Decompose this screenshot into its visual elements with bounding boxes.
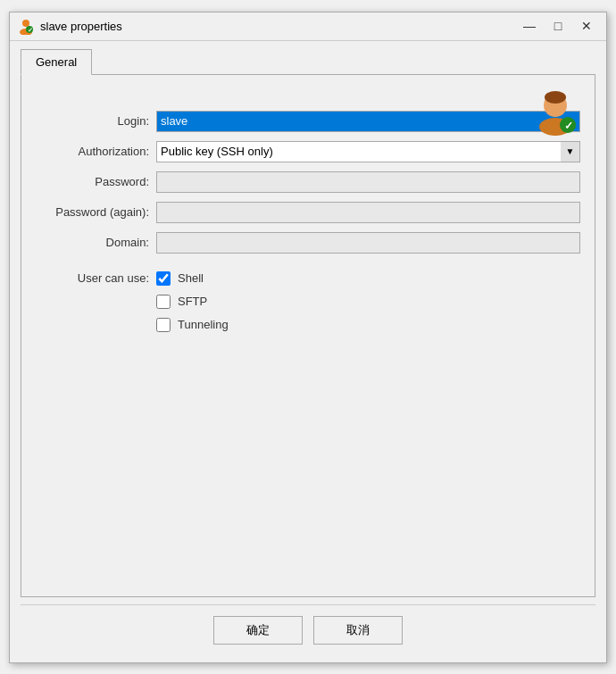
- password-input[interactable]: [156, 171, 580, 193]
- sftp-checkbox-item: SFTP: [156, 295, 229, 309]
- domain-label: Domain:: [36, 236, 156, 249]
- tunneling-checkbox-item: Tunneling: [156, 318, 229, 332]
- user-avatar-icon: ✓: [530, 86, 580, 136]
- login-label: Login:: [36, 114, 156, 128]
- sftp-checkbox[interactable]: [156, 295, 171, 309]
- tab-content-general: ✓ Login: Authorization: Public key (SSH …: [21, 75, 595, 597]
- password-row: Password:: [36, 171, 580, 193]
- sftp-label: SFTP: [178, 295, 207, 308]
- tunneling-label: Tunneling: [178, 318, 229, 331]
- checkbox-group: Shell SFTP Tunneling: [156, 271, 229, 332]
- title-bar: ✓ slave properties — □ ✕: [10, 12, 606, 41]
- authorization-row: Authorization: Public key (SSH only) Pas…: [36, 141, 580, 162]
- svg-text:✓: ✓: [564, 120, 573, 132]
- footer: 确定 取消: [21, 604, 595, 652]
- authorization-select[interactable]: Public key (SSH only) Password Any: [156, 141, 580, 162]
- domain-row: Domain:: [36, 232, 580, 254]
- user-can-use-section: User can use: Shell SFTP Tunneling: [36, 271, 580, 332]
- shell-checkbox[interactable]: [156, 271, 171, 286]
- password-again-label: Password (again):: [36, 205, 156, 219]
- shell-label: Shell: [178, 271, 204, 285]
- shell-checkbox-item: Shell: [156, 271, 229, 286]
- main-window: ✓ slave properties — □ ✕ General: [9, 12, 607, 663]
- avatar: ✓: [530, 86, 580, 138]
- user-can-use-label: User can use:: [36, 271, 156, 285]
- user-can-use-row: User can use: Shell SFTP Tunneling: [36, 271, 580, 332]
- maximize-button[interactable]: □: [545, 15, 570, 37]
- login-row: Login:: [36, 111, 580, 132]
- tab-general[interactable]: General: [21, 49, 92, 75]
- window-body: General ✓: [10, 41, 606, 662]
- svg-point-6: [545, 91, 566, 104]
- cancel-button[interactable]: 取消: [313, 616, 403, 645]
- domain-input[interactable]: [156, 232, 580, 254]
- form-area: Login: Authorization: Public key (SSH on…: [36, 111, 580, 254]
- window-title: slave properties: [40, 20, 517, 33]
- authorization-label: Authorization:: [36, 145, 156, 158]
- window-controls: — □ ✕: [517, 15, 599, 37]
- authorization-select-wrapper: Public key (SSH only) Password Any ▼: [156, 141, 580, 162]
- svg-text:✓: ✓: [28, 27, 33, 33]
- ok-button[interactable]: 确定: [213, 616, 303, 645]
- password-label: Password:: [36, 175, 156, 188]
- tab-bar: General: [21, 48, 595, 75]
- login-input[interactable]: [156, 111, 580, 132]
- close-button[interactable]: ✕: [574, 15, 599, 37]
- minimize-button[interactable]: —: [517, 15, 542, 37]
- password-again-input[interactable]: [156, 202, 580, 223]
- tunneling-checkbox[interactable]: [156, 318, 171, 332]
- svg-point-0: [22, 20, 29, 27]
- window-icon: ✓: [17, 17, 35, 35]
- password-again-row: Password (again):: [36, 202, 580, 223]
